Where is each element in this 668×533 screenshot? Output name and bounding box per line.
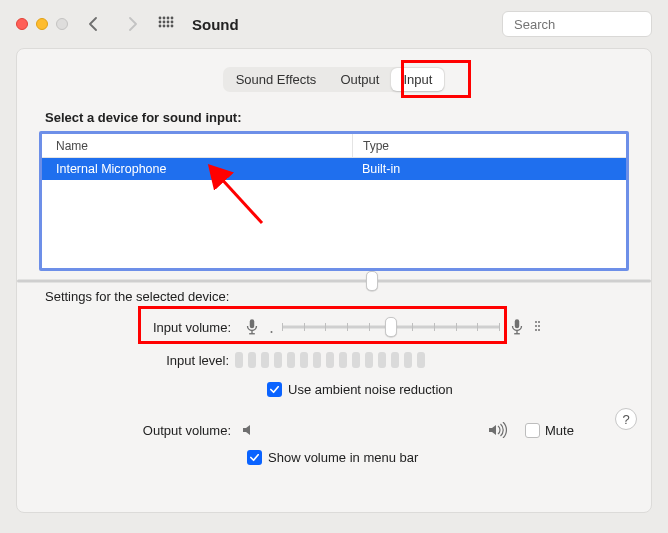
forward-button: [120, 12, 144, 36]
svg-point-23: [535, 325, 537, 327]
noise-reduction-checkbox[interactable]: [267, 382, 282, 397]
svg-rect-15: [250, 319, 255, 328]
svg-point-2: [167, 17, 170, 20]
window-title: Sound: [192, 16, 239, 33]
back-button[interactable]: [82, 12, 106, 36]
mute-checkbox[interactable]: [525, 423, 540, 438]
search-box[interactable]: [502, 11, 652, 37]
fullscreen-window-button: [56, 18, 68, 30]
mic-min-icon: [243, 318, 261, 336]
tab-sound-effects[interactable]: Sound Effects: [224, 68, 329, 91]
input-device-heading: Select a device for sound input:: [17, 110, 651, 131]
mute-label: Mute: [545, 423, 574, 438]
svg-point-18: [271, 331, 273, 333]
tab-output[interactable]: Output: [328, 68, 391, 91]
device-name: Internal Microphone: [42, 162, 352, 176]
svg-point-8: [159, 25, 162, 28]
input-level-row: Input level:: [17, 340, 651, 368]
noise-reduction-row: Use ambient noise reduction: [17, 368, 651, 397]
input-level-meter: [235, 352, 425, 368]
input-level-label: Input level:: [17, 353, 235, 368]
search-input[interactable]: [514, 17, 668, 32]
svg-point-3: [171, 17, 174, 20]
svg-point-4: [159, 21, 162, 24]
column-header-name[interactable]: Name: [42, 139, 352, 153]
mute-row: Mute: [525, 423, 574, 438]
svg-point-9: [163, 25, 166, 28]
mic-min-level-icon: [269, 318, 274, 336]
window-controls: [16, 18, 68, 30]
svg-line-14: [218, 175, 262, 223]
main-panel: Sound Effects Output Input Select a devi…: [16, 48, 652, 513]
svg-point-26: [538, 325, 540, 327]
svg-point-25: [538, 321, 540, 323]
tabs-container: Sound Effects Output Input: [17, 67, 651, 92]
mic-max-icon: [508, 318, 526, 336]
input-volume-slider[interactable]: [282, 317, 500, 337]
show-all-icon[interactable]: [158, 16, 174, 32]
help-button[interactable]: ?: [615, 408, 637, 430]
output-volume-label: Output volume:: [17, 423, 235, 438]
speaker-min-icon: [241, 422, 257, 438]
svg-point-6: [167, 21, 170, 24]
input-device-table[interactable]: Name Type Internal Microphone Built-in: [39, 131, 629, 271]
speaker-max-icon: [487, 422, 509, 438]
svg-point-10: [167, 25, 170, 28]
column-header-type[interactable]: Type: [352, 134, 626, 157]
close-window-button[interactable]: [16, 18, 28, 30]
svg-point-11: [171, 25, 174, 28]
noise-reduction-label: Use ambient noise reduction: [288, 382, 453, 397]
minimize-window-button[interactable]: [36, 18, 48, 30]
svg-rect-19: [515, 319, 520, 328]
svg-point-22: [535, 321, 537, 323]
svg-point-7: [171, 21, 174, 24]
tab-input[interactable]: Input: [391, 68, 444, 91]
titlebar: Sound: [0, 0, 668, 48]
settings-heading: Settings for the selected device:: [17, 271, 651, 314]
tabs-segmented: Sound Effects Output Input: [223, 67, 446, 92]
svg-point-1: [163, 17, 166, 20]
svg-point-27: [538, 329, 540, 331]
output-volume-knob[interactable]: [366, 271, 378, 291]
output-volume-row: Output volume: Mute: [17, 422, 651, 438]
mic-max-level-icon: [534, 318, 540, 336]
table-row[interactable]: Internal Microphone Built-in: [42, 158, 626, 180]
input-volume-label: Input volume:: [17, 320, 235, 335]
svg-point-5: [163, 21, 166, 24]
show-volume-row: Show volume in menu bar: [17, 438, 651, 465]
svg-point-0: [159, 17, 162, 20]
svg-point-24: [535, 329, 537, 331]
input-volume-row: Input volume:: [17, 314, 651, 340]
show-volume-label: Show volume in menu bar: [268, 450, 418, 465]
table-header: Name Type: [42, 134, 626, 158]
show-volume-checkbox[interactable]: [247, 450, 262, 465]
input-volume-knob[interactable]: [385, 317, 397, 337]
device-type: Built-in: [352, 162, 626, 176]
